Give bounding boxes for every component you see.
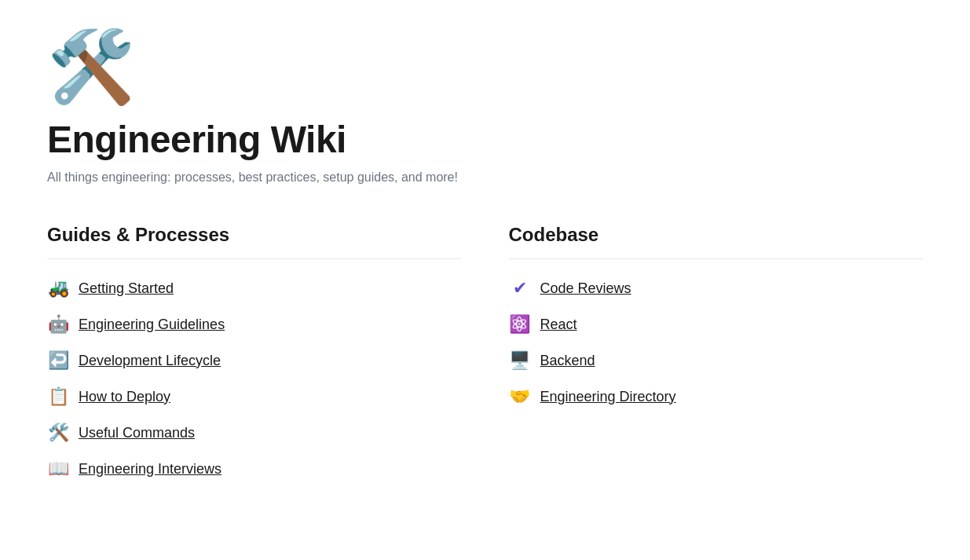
list-item: ↩️ Development Lifecycle — [47, 350, 462, 371]
engineering-directory-link[interactable]: Engineering Directory — [540, 389, 676, 405]
development-lifecycle-icon: ↩️ — [47, 350, 69, 371]
list-item: 🖥️ Backend — [509, 350, 924, 371]
guides-list: 🚜 Getting Started 🤖 Engineering Guidelin… — [47, 278, 462, 479]
backend-link[interactable]: Backend — [540, 353, 595, 369]
codebase-column: Codebase ✔ Code Reviews ⚛️ React 🖥️ Back… — [509, 224, 924, 479]
code-reviews-link[interactable]: Code Reviews — [540, 280, 631, 297]
header-icon: 🛠️ — [47, 31, 923, 102]
codebase-list: ✔ Code Reviews ⚛️ React 🖥️ Backend 🤝 Eng… — [509, 278, 924, 407]
development-lifecycle-link[interactable]: Development Lifecycle — [79, 353, 221, 369]
codebase-section-title: Codebase — [509, 224, 924, 246]
list-item: ⚛️ React — [509, 314, 924, 335]
getting-started-icon: 🚜 — [47, 278, 69, 298]
page-title: Engineering Wiki — [47, 118, 923, 161]
engineering-interviews-icon: 📖 — [47, 459, 69, 479]
getting-started-link[interactable]: Getting Started — [79, 280, 174, 297]
useful-commands-link[interactable]: Useful Commands — [79, 425, 195, 441]
engineering-guidelines-link[interactable]: Engineering Guidelines — [79, 317, 225, 333]
list-item: 🚜 Getting Started — [47, 278, 462, 298]
guides-divider — [47, 258, 462, 259]
guides-column: Guides & Processes 🚜 Getting Started 🤖 E… — [47, 224, 509, 479]
code-reviews-icon: ✔ — [509, 278, 531, 298]
react-link[interactable]: React — [540, 317, 577, 333]
useful-commands-icon: 🛠️ — [47, 423, 69, 443]
backend-icon: 🖥️ — [509, 350, 531, 371]
list-item: 🤝 Engineering Directory — [509, 386, 924, 407]
engineering-guidelines-icon: 🤖 — [47, 314, 69, 335]
list-item: 🛠️ Useful Commands — [47, 423, 462, 443]
list-item: 📖 Engineering Interviews — [47, 459, 462, 479]
engineering-directory-icon: 🤝 — [509, 386, 531, 407]
how-to-deploy-icon: 📋 — [47, 386, 69, 407]
list-item: 📋 How to Deploy — [47, 386, 462, 407]
codebase-divider — [509, 258, 924, 259]
react-icon: ⚛️ — [509, 314, 531, 335]
main-columns: Guides & Processes 🚜 Getting Started 🤖 E… — [47, 224, 923, 479]
how-to-deploy-link[interactable]: How to Deploy — [79, 389, 170, 405]
page-subtitle: All things engineering: processes, best … — [47, 170, 923, 185]
list-item: 🤖 Engineering Guidelines — [47, 314, 462, 335]
list-item: ✔ Code Reviews — [509, 278, 924, 298]
guides-section-title: Guides & Processes — [47, 224, 462, 246]
engineering-interviews-link[interactable]: Engineering Interviews — [79, 461, 221, 478]
